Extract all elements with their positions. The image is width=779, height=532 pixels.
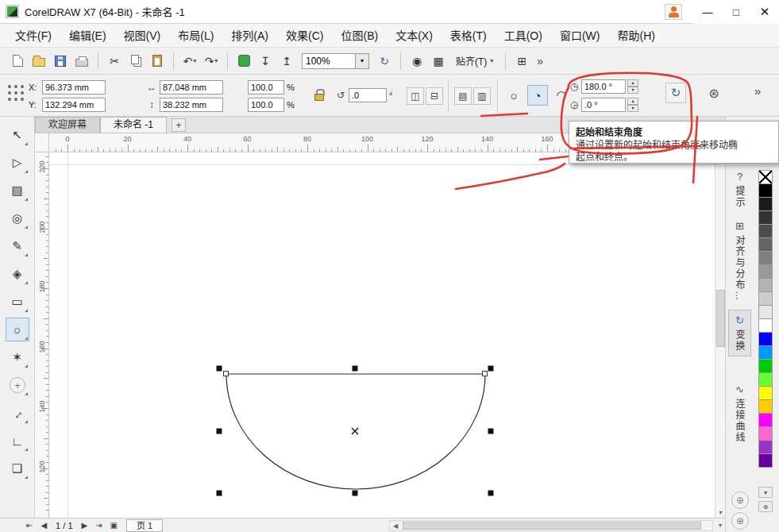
tool-freehand[interactable]: ✎ (6, 234, 29, 258)
no-color-swatch[interactable] (758, 170, 773, 184)
tool-crop[interactable]: ▨ (6, 179, 29, 202)
color-swatch[interactable] (758, 332, 773, 346)
menu-item-file[interactable]: 文件(F) (6, 25, 60, 48)
wrap-text-button[interactable]: ▤ (454, 87, 472, 105)
scale-v-input[interactable] (248, 98, 284, 112)
color-swatch[interactable] (758, 305, 773, 319)
new-document-button[interactable] (8, 51, 27, 71)
toolbox-customize-button[interactable]: + (10, 377, 25, 393)
tool-rectangle[interactable]: ▭ (6, 290, 29, 314)
color-swatch[interactable] (758, 359, 773, 373)
ruler-origin[interactable] (35, 133, 49, 152)
convert-to-curves-button[interactable]: ⊛ (704, 83, 724, 103)
menu-item-text[interactable]: 文本(X) (387, 25, 442, 48)
change-direction-button[interactable]: ↻ (665, 83, 686, 103)
rotation-angle-input[interactable] (349, 88, 387, 102)
color-swatch[interactable] (758, 291, 773, 306)
scrollbar-corner-button[interactable]: ▾ (715, 519, 725, 530)
tool-zoom[interactable]: ◎ (6, 206, 29, 230)
open-button[interactable] (29, 51, 48, 71)
object-height-input[interactable] (160, 98, 223, 112)
tool-ellipse[interactable]: ○ (6, 318, 29, 341)
copy-button[interactable] (126, 51, 145, 71)
tab-untitled-1[interactable]: 未命名 -1 (100, 117, 167, 133)
redo-dropdown-icon[interactable]: ▾ (214, 57, 218, 64)
start-angle-down-button[interactable]: ▾ (627, 87, 638, 94)
palette-expand-button[interactable]: ⊕ (758, 501, 773, 512)
handle-bottom-left[interactable] (217, 491, 222, 496)
shape-node[interactable] (224, 372, 229, 376)
shape-center-marker[interactable] (352, 428, 358, 434)
color-swatch[interactable] (758, 197, 773, 211)
undo-button[interactable]: ↶▾ (180, 51, 199, 71)
import-button[interactable]: ↧ (256, 51, 275, 71)
options-window-button[interactable]: ⊞ (512, 51, 531, 71)
zoom-level-input[interactable] (302, 53, 356, 69)
color-swatch[interactable] (758, 440, 773, 454)
propbar-overflow-button[interactable]: » (754, 84, 761, 98)
maximize-button[interactable]: □ (722, 1, 750, 24)
menu-item-layout[interactable]: 布局(L) (169, 25, 222, 48)
tool-shape[interactable]: ▷ (6, 151, 29, 175)
tool-connector[interactable]: ∟ (6, 429, 29, 453)
docker-tab-align-distribute[interactable]: ⊞ 对齐与分布… (728, 215, 751, 306)
color-swatch[interactable] (758, 237, 773, 252)
color-swatch[interactable] (758, 345, 773, 360)
object-width-input[interactable] (160, 80, 223, 94)
menu-item-effects[interactable]: 效果(C) (277, 25, 332, 48)
paste-button[interactable] (148, 51, 167, 71)
tool-dimension[interactable]: ↔ (6, 401, 29, 425)
export-button[interactable]: ↥ (277, 51, 296, 71)
user-account-icon[interactable] (665, 4, 682, 20)
close-button[interactable]: ✕ (750, 1, 779, 24)
outline-width-button[interactable]: ▥ (473, 87, 491, 105)
end-angle-down-button[interactable]: ▾ (627, 105, 638, 112)
previous-page-button[interactable]: ◀ (38, 521, 49, 530)
color-swatch[interactable] (758, 251, 773, 265)
save-button[interactable] (51, 51, 70, 71)
refresh-button[interactable]: ↻ (375, 51, 394, 71)
handle-bottom-center[interactable] (353, 491, 358, 496)
show-grid-button[interactable]: ▦ (429, 51, 448, 71)
docker-more-button[interactable]: ⊕ (731, 512, 749, 530)
docker-tab-transform[interactable]: ↻ 变换 (728, 310, 751, 357)
undo-dropdown-icon[interactable]: ▾ (193, 57, 196, 64)
tool-pick[interactable]: ↖ (6, 123, 29, 147)
color-swatch[interactable] (758, 426, 773, 441)
handle-bottom-right[interactable] (488, 491, 494, 496)
tool-polygon[interactable]: ✶ (6, 345, 29, 369)
start-angle-input[interactable] (581, 79, 626, 94)
vertical-scroll-thumb[interactable] (716, 290, 725, 347)
ellipse-mode-button[interactable]: ○ (503, 85, 524, 106)
print-button[interactable] (72, 51, 91, 71)
color-swatch[interactable] (758, 183, 773, 198)
color-swatch[interactable] (758, 453, 773, 468)
last-page-button[interactable]: ⇥ (93, 521, 104, 530)
start-angle-up-button[interactable]: ▴ (627, 79, 638, 87)
mirror-horizontal-button[interactable]: ◫ (407, 87, 424, 105)
color-swatch[interactable] (758, 386, 773, 400)
menu-item-window[interactable]: 窗口(W) (551, 25, 609, 48)
pie-mode-button[interactable]: ◔ (527, 85, 548, 106)
handle-middle-right[interactable] (488, 429, 494, 434)
color-swatch[interactable] (758, 318, 773, 333)
toolbar-overflow-button[interactable]: » (537, 55, 543, 67)
end-angle-up-button[interactable]: ▴ (627, 98, 638, 105)
color-swatch[interactable] (758, 224, 773, 238)
color-swatch[interactable] (758, 278, 773, 292)
tool-smart-fill[interactable]: ◈ (6, 262, 29, 286)
menu-item-tools[interactable]: 工具(O) (496, 25, 551, 48)
color-swatch[interactable] (758, 372, 773, 387)
quick-customize-button[interactable]: ⊕ (731, 492, 749, 509)
lock-ratio-icon[interactable] (314, 94, 324, 101)
snap-to-menu-button[interactable]: 贴齐(T)▾ (450, 52, 499, 71)
tool-drop-shadow[interactable]: ❏ (6, 457, 29, 480)
application-launcher-button[interactable] (234, 51, 253, 71)
horizontal-scroll-thumb[interactable] (403, 522, 701, 530)
color-swatch[interactable] (758, 413, 773, 427)
color-swatch[interactable] (758, 210, 773, 225)
docker-tab-connect-curves[interactable]: ∿ 连接曲线 (728, 379, 751, 448)
menu-item-view[interactable]: 视图(V) (115, 25, 170, 48)
palette-scroll-down-button[interactable]: ▾ (758, 487, 773, 498)
handle-top-center[interactable] (353, 366, 358, 372)
